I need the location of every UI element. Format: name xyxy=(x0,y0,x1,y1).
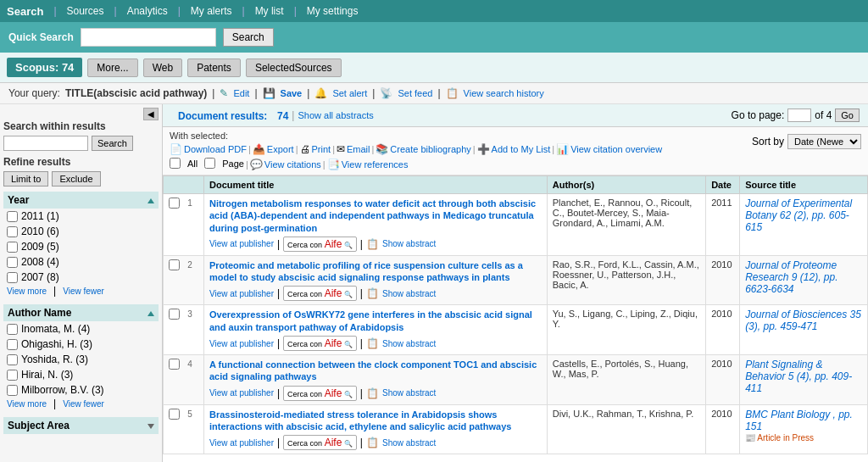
year-checkbox-2010[interactable] xyxy=(7,226,18,237)
author-checkbox-0[interactable] xyxy=(7,324,18,335)
subject-section-header[interactable]: Subject Area xyxy=(3,417,159,434)
nav-sources[interactable]: Sources xyxy=(67,5,104,17)
table-row: 4 A functional connection between the cl… xyxy=(164,355,868,405)
quick-search-button[interactable]: Search xyxy=(223,28,274,47)
tab-selected-sources[interactable]: SelectedSources xyxy=(246,58,342,77)
show-abstract-link-0[interactable]: Show abstract xyxy=(382,239,436,248)
doc-title-link-0[interactable]: Nitrogen metabolism responses to water d… xyxy=(209,198,536,233)
doc-title-link-3[interactable]: A functional connection between the cloc… xyxy=(209,359,537,381)
show-abstract-link-2[interactable]: Show abstract xyxy=(382,339,436,348)
sidebar-search-button[interactable]: Search xyxy=(92,136,133,151)
print-link[interactable]: Print xyxy=(312,144,331,154)
cerca-button-4[interactable]: Cerca con Aife 🔍 xyxy=(283,435,357,450)
doc-title-link-1[interactable]: Proteomic and metabolic profiling of ric… xyxy=(209,260,523,282)
author-label-4: Milborrow, B.V. (3) xyxy=(21,384,104,396)
sort-section: Sort by Date (Newe xyxy=(752,134,861,149)
show-abstract-link-3[interactable]: Show abstract xyxy=(382,388,436,398)
row-checkbox-2[interactable] xyxy=(169,309,180,320)
tab-patents[interactable]: Patents xyxy=(187,58,241,77)
year-item-2008: 2008 (4) xyxy=(3,254,159,270)
query-set-feed-link[interactable]: Set feed xyxy=(398,88,432,98)
toolbar-actions: 📄 Download PDF | 📤 Export | 🖨 Print | ✉ … xyxy=(170,143,662,155)
doc-title-link-2[interactable]: Overexpression of OsWRKY72 gene interfer… xyxy=(209,309,532,331)
year-view-fewer[interactable]: View fewer xyxy=(59,285,108,298)
query-view-history-link[interactable]: View search history xyxy=(464,88,544,98)
cerca-button-3[interactable]: Cerca con Aife 🔍 xyxy=(283,386,357,401)
show-abstract-link-4[interactable]: Show abstract xyxy=(382,438,436,448)
sidebar-search-input[interactable] xyxy=(3,136,88,151)
view-citations-link[interactable]: View citations xyxy=(264,159,321,170)
query-set-alert-link[interactable]: Set alert xyxy=(332,88,367,98)
select-all-checkbox[interactable] xyxy=(170,158,181,169)
export-icon: 📤 xyxy=(253,143,265,155)
author-checkbox-3[interactable] xyxy=(7,370,18,381)
source-text-0: Journal of Experimental Botany 62 (2), p… xyxy=(745,198,852,233)
query-save-link[interactable]: Save xyxy=(281,88,303,98)
author-checkbox-4[interactable] xyxy=(7,385,18,396)
view-at-publisher-link-1[interactable]: View at publisher xyxy=(209,289,274,298)
query-edit-link[interactable]: Edit xyxy=(233,88,249,98)
row-checkbox-1[interactable] xyxy=(169,259,180,270)
view-at-publisher-link-0[interactable]: View at publisher xyxy=(209,239,274,248)
tab-web[interactable]: Web xyxy=(143,58,182,77)
view-citation-overview-link[interactable]: View citation overview xyxy=(570,144,662,154)
row-checkbox-4[interactable] xyxy=(169,409,180,420)
year-checkbox-2009[interactable] xyxy=(7,242,18,253)
author-view-more[interactable]: View more xyxy=(3,398,50,410)
year-checkbox-2008[interactable] xyxy=(7,257,18,268)
sort-select[interactable]: Date (Newe xyxy=(787,134,861,149)
select-page-checkbox[interactable] xyxy=(204,158,215,169)
row-checkbox-0[interactable] xyxy=(169,198,180,209)
add-icon: ➕ xyxy=(477,143,490,155)
year-view-more[interactable]: View more xyxy=(3,285,50,298)
sidebar: ◀ Search within results Search Refine re… xyxy=(0,104,163,462)
scopus-badge: Scopus: 74 xyxy=(7,58,82,77)
year-label-2011: 2011 (1) xyxy=(21,210,59,222)
goto-page-label: Go to page: xyxy=(732,109,785,121)
nav-analytics[interactable]: Analytics xyxy=(127,5,168,17)
limit-to-button[interactable]: Limit to xyxy=(3,171,48,186)
download-pdf-link[interactable]: Download PDF xyxy=(184,144,247,154)
sidebar-collapse-button[interactable]: ◀ xyxy=(143,108,159,120)
author-checkbox-2[interactable] xyxy=(7,354,18,365)
col-source: Source title xyxy=(740,176,868,194)
results-toolbar: With selected: 📄 Download PDF | 📤 Export… xyxy=(163,127,868,175)
doc-title-link-4[interactable]: Brassinosteroid-mediated stress toleranc… xyxy=(209,409,511,431)
goto-page-button[interactable]: Go xyxy=(835,109,860,122)
author-view-fewer[interactable]: View fewer xyxy=(59,398,108,410)
row-checkbox-3[interactable] xyxy=(169,359,180,370)
cerca-button-0[interactable]: Cerca con Aife 🔍 xyxy=(283,237,357,252)
author-checkbox-1[interactable] xyxy=(7,339,18,350)
quick-search-input[interactable] xyxy=(81,28,216,47)
show-abstract-link-1[interactable]: Show abstract xyxy=(382,289,436,298)
show-abstract-icon-2: 📋 xyxy=(366,337,379,349)
cerca-button-2[interactable]: Cerca con Aife 🔍 xyxy=(283,336,357,351)
show-all-abstracts-link[interactable]: Show all abstracts xyxy=(298,110,373,120)
add-to-mylist-link[interactable]: Add to My List xyxy=(492,144,551,154)
result-checkbox-4: 5 xyxy=(164,404,204,454)
export-link[interactable]: Export xyxy=(267,144,294,154)
year-checkbox-2011[interactable] xyxy=(7,211,18,222)
year-section-header[interactable]: Year xyxy=(3,192,159,209)
doc-results-count: 74 xyxy=(277,110,288,122)
view-at-publisher-link-3[interactable]: View at publisher xyxy=(209,388,274,398)
year-checkbox-2007[interactable] xyxy=(7,272,18,283)
doc-title-cell-3: A functional connection between the cloc… xyxy=(204,355,548,405)
nav-my-alerts[interactable]: My alerts xyxy=(191,5,232,17)
col-checkbox xyxy=(164,176,204,194)
author-section-header[interactable]: Author Name xyxy=(3,304,159,321)
view-at-publisher-link-4[interactable]: View at publisher xyxy=(209,438,274,448)
view-at-publisher-link-2[interactable]: View at publisher xyxy=(209,339,274,348)
goto-page-input[interactable]: 1 xyxy=(787,109,811,122)
nav-my-settings[interactable]: My settings xyxy=(307,5,359,17)
tab-more[interactable]: More... xyxy=(87,58,137,77)
cerca-button-1[interactable]: Cerca con Aife 🔍 xyxy=(283,286,357,301)
create-bibliography-link[interactable]: Create bibliography xyxy=(390,144,470,154)
source-cell-1: Journal of Proteome Research 9 (12), pp.… xyxy=(740,255,868,305)
view-references-link[interactable]: View references xyxy=(342,159,409,170)
authors-cell-2: Yu, S., Ligang, C., Liping, Z., Diqiu, Y… xyxy=(547,305,705,355)
exclude-button[interactable]: Exclude xyxy=(52,171,100,186)
source-text-4: BMC Plant Biology , pp. 151 xyxy=(745,409,853,432)
email-link[interactable]: Email xyxy=(347,144,370,154)
nav-my-list[interactable]: My list xyxy=(255,5,284,17)
